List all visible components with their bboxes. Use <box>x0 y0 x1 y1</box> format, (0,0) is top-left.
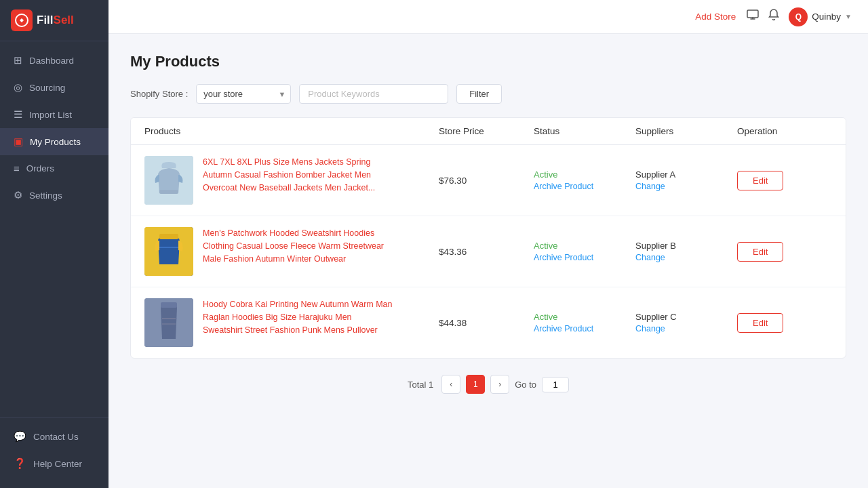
dashboard-icon: ⊞ <box>14 54 22 66</box>
svg-rect-3 <box>159 190 178 194</box>
col-products: Products <box>144 126 439 136</box>
product-supplier: Supplier C Change <box>635 312 737 333</box>
col-suppliers: Suppliers <box>635 126 737 136</box>
change-supplier-link[interactable]: Change <box>635 253 737 262</box>
sidebar-item-label: My Products <box>30 137 81 147</box>
add-store-button[interactable]: Add Store <box>695 12 736 22</box>
product-cell: 6XL 7XL 8XL Plus Size Mens Jackets Sprin… <box>144 156 439 205</box>
product-status: Active Archive Product <box>534 312 635 333</box>
topbar-icons: Q Quinby ▼ <box>747 7 852 26</box>
product-title: Men's Patchwork Hooded Sweatshirt Hoodie… <box>203 227 393 265</box>
content: My Products Shopify Store : your store ▼… <box>108 34 868 488</box>
col-operation: Operation <box>737 126 832 136</box>
product-price: $76.30 <box>439 176 534 186</box>
pagination: Total 1 ‹ 1 › Go to <box>130 375 846 394</box>
username: Quinby <box>812 12 841 22</box>
page-title: My Products <box>130 53 846 70</box>
sidebar-item-label: Orders <box>26 163 54 174</box>
sourcing-icon: ◎ <box>14 81 22 94</box>
next-page-button[interactable]: › <box>490 375 509 394</box>
edit-button[interactable]: Edit <box>737 242 783 262</box>
settings-icon: ⚙ <box>14 189 22 201</box>
table-row: Men's Patchwork Hooded Sweatshirt Hoodie… <box>131 216 846 287</box>
product-title: Hoody Cobra Kai Printing New Autumn Warm… <box>203 298 393 336</box>
status-active: Active <box>534 169 635 180</box>
product-cell: Hoody Cobra Kai Printing New Autumn Warm… <box>144 298 439 347</box>
sidebar-item-settings[interactable]: ⚙ Settings <box>0 182 108 209</box>
logo-text: FillSell <box>37 14 74 27</box>
sidebar-item-sourcing[interactable]: ◎ Sourcing <box>0 74 108 101</box>
product-price: $44.38 <box>439 318 534 328</box>
product-status: Active Archive Product <box>534 241 635 262</box>
product-image <box>144 227 193 276</box>
svg-rect-1 <box>747 10 758 18</box>
avatar: Q <box>789 7 808 26</box>
help-center-icon: ❓ <box>14 458 26 470</box>
bell-icon[interactable] <box>768 9 779 24</box>
orders-icon: ≡ <box>14 163 20 174</box>
sidebar-item-my-products[interactable]: ▣ My Products <box>0 128 108 155</box>
filter-bar: Shopify Store : your store ▼ Filter <box>130 84 846 104</box>
change-supplier-link[interactable]: Change <box>635 324 737 333</box>
status-active: Active <box>534 312 635 322</box>
monitor-icon[interactable] <box>747 9 759 24</box>
table-row: 6XL 7XL 8XL Plus Size Mens Jackets Sprin… <box>131 145 846 216</box>
logo-icon <box>11 9 33 31</box>
table-row: Hoody Cobra Kai Printing New Autumn Warm… <box>131 287 846 358</box>
product-supplier: Supplier B Change <box>635 241 737 262</box>
total-count: Total 1 <box>408 380 433 390</box>
product-title: 6XL 7XL 8XL Plus Size Mens Jackets Sprin… <box>203 156 393 194</box>
logo: FillSell <box>0 0 108 41</box>
supplier-name: Supplier A <box>635 169 737 180</box>
svg-rect-5 <box>159 234 178 239</box>
supplier-name: Supplier B <box>635 241 737 251</box>
status-active: Active <box>534 241 635 251</box>
product-supplier: Supplier A Change <box>635 169 737 191</box>
sidebar-item-import-list[interactable]: ☰ Import List <box>0 101 108 128</box>
svg-rect-7 <box>161 302 177 308</box>
archive-product-link[interactable]: Archive Product <box>534 182 635 191</box>
sidebar-item-label: Import List <box>29 110 72 120</box>
page-1-button[interactable]: 1 <box>466 375 485 394</box>
operation-cell: Edit <box>737 242 832 262</box>
import-list-icon: ☰ <box>14 108 22 121</box>
sidebar-item-label: Dashboard <box>29 56 74 66</box>
sidebar-item-label: Sourcing <box>29 83 65 93</box>
prev-page-button[interactable]: ‹ <box>441 375 460 394</box>
store-select-wrapper: your store ▼ <box>196 84 291 104</box>
product-status: Active Archive Product <box>534 169 635 191</box>
col-store-price: Store Price <box>439 126 534 136</box>
store-filter-label: Shopify Store : <box>130 89 188 99</box>
table-header: Products Store Price Status Suppliers Op… <box>131 118 846 145</box>
topbar: Add Store Q Quinby ▼ <box>108 0 868 34</box>
archive-product-link[interactable]: Archive Product <box>534 324 635 333</box>
change-supplier-link[interactable]: Change <box>635 182 737 191</box>
sidebar-item-label: Contact Us <box>33 432 79 442</box>
sidebar-item-help-center[interactable]: ❓ Help Center <box>0 450 108 477</box>
sidebar-item-orders[interactable]: ≡ Orders <box>0 155 108 182</box>
archive-product-link[interactable]: Archive Product <box>534 253 635 262</box>
edit-button[interactable]: Edit <box>737 171 783 190</box>
edit-button[interactable]: Edit <box>737 313 783 333</box>
goto-label: Go to <box>515 380 536 390</box>
col-status: Status <box>534 126 635 136</box>
goto-input[interactable] <box>542 377 569 392</box>
products-table: Products Store Price Status Suppliers Op… <box>130 117 846 359</box>
filter-button[interactable]: Filter <box>456 84 502 104</box>
sidebar: FillSell ⊞ Dashboard ◎ Sourcing ☰ Import… <box>0 0 108 488</box>
store-select[interactable]: your store <box>196 84 291 104</box>
user-info[interactable]: Q Quinby ▼ <box>789 7 852 26</box>
product-price: $43.36 <box>439 247 534 257</box>
product-cell: Men's Patchwork Hooded Sweatshirt Hoodie… <box>144 227 439 276</box>
sidebar-item-contact-us[interactable]: 💬 Contact Us <box>0 423 108 450</box>
sidebar-item-label: Help Center <box>33 459 82 469</box>
operation-cell: Edit <box>737 171 832 190</box>
keyword-input[interactable] <box>299 84 448 104</box>
product-image <box>144 156 193 205</box>
my-products-icon: ▣ <box>14 136 23 148</box>
main-area: Add Store Q Quinby ▼ My Products Shopify… <box>108 0 868 488</box>
supplier-name: Supplier C <box>635 312 737 322</box>
sidebar-bottom: 💬 Contact Us ❓ Help Center <box>0 417 108 488</box>
sidebar-item-label: Settings <box>29 190 62 201</box>
sidebar-item-dashboard[interactable]: ⊞ Dashboard <box>0 47 108 74</box>
